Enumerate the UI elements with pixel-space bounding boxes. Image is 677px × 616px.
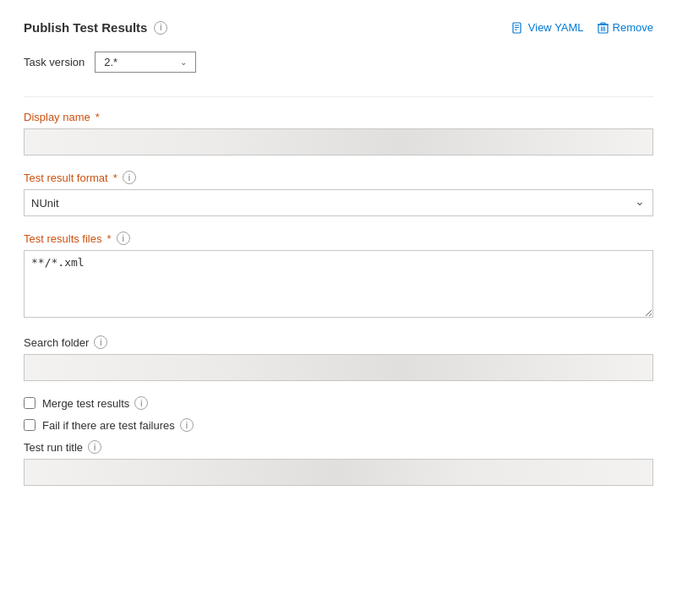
display-name-label-row: Display name * [24,111,653,123]
yaml-icon [512,22,524,34]
trash-icon [598,22,609,34]
merge-test-results-row: Merge test results i [24,396,653,410]
test-results-files-group: Test results files * i <span style="disp… [24,232,653,320]
test-results-files-required: * [106,232,111,245]
display-name-required: * [96,111,100,123]
test-run-title-info-icon[interactable]: i [88,440,101,454]
task-version-row: Task version 2.* ⌄ [24,52,653,73]
fail-if-test-failures-info-icon[interactable]: i [180,418,194,432]
test-result-format-label-row: Test result format * i [24,171,653,184]
svg-rect-6 [601,23,605,25]
task-version-label: Task version [24,56,85,68]
task-version-select[interactable]: 2.* ⌄ [95,52,196,73]
test-results-files-info-icon[interactable]: i [117,232,130,245]
test-result-format-select[interactable]: JUnit NUnit VSTest XUnit CTest [24,189,653,216]
test-result-format-select-wrapper: JUnit NUnit VSTest XUnit CTest [24,189,653,216]
page-title: Publish Test Results [24,20,147,35]
fail-if-test-failures-row: Fail if there are test failures i [24,418,653,432]
main-container: Publish Test Results i View YAML [0,0,677,521]
remove-label: Remove [613,21,653,34]
view-yaml-label: View YAML [528,21,584,34]
header-actions: View YAML Remove [512,21,653,34]
header-left: Publish Test Results i [24,20,167,35]
search-folder-label: Search folder [24,336,89,349]
fail-if-test-failures-checkbox[interactable] [24,419,35,431]
fail-if-test-failures-label: Fail if there are test failures i [42,418,194,432]
display-name-group: Display name * [24,111,653,155]
test-results-files-label: Test results files [24,232,101,245]
merge-test-results-label: Merge test results i [42,396,148,410]
view-yaml-button[interactable]: View YAML [512,21,584,34]
test-result-format-label: Test result format [24,172,108,184]
task-version-value: 2.* [104,56,117,68]
chevron-down-icon: ⌄ [180,57,187,67]
display-name-input[interactable] [24,128,653,155]
merge-test-results-checkbox[interactable] [24,397,35,409]
search-folder-input[interactable] [24,354,653,381]
test-result-format-group: Test result format * i JUnit NUnit VSTes… [24,171,653,216]
test-run-title-label-row: Test run title i [24,440,653,454]
test-results-files-textarea[interactable]: <span style="display:inline-block; width… [24,250,653,318]
header: Publish Test Results i View YAML [24,20,653,35]
test-results-files-label-row: Test results files * i [24,232,653,245]
display-name-label: Display name [24,111,90,123]
test-run-title-label: Test run title [24,441,83,454]
remove-button[interactable]: Remove [598,21,653,34]
divider [24,96,653,97]
title-info-icon[interactable]: i [154,21,167,35]
search-folder-info-icon[interactable]: i [94,335,107,349]
merge-test-results-info-icon[interactable]: i [134,396,148,410]
search-folder-label-row: Search folder i [24,335,653,349]
test-run-title-input[interactable] [24,459,653,486]
test-run-title-group: Test run title i [24,440,653,486]
test-result-format-required: * [113,172,117,184]
search-folder-group: Search folder i [24,335,653,381]
test-result-format-info-icon[interactable]: i [123,171,136,184]
